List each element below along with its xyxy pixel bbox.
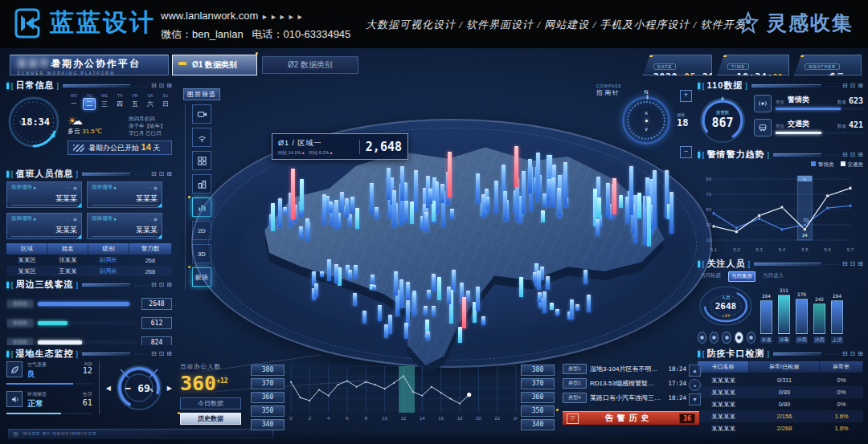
expand-icon[interactable]: ⊞	[858, 261, 863, 267]
focus-bar[interactable]: 264上访	[831, 300, 843, 344]
contact-icon[interactable]: ◉	[154, 216, 158, 222]
alert-row[interactable]: 类型4 某路口有小汽车连闯三个红灯 18:24	[563, 392, 686, 404]
window-icon[interactable]: ⊡	[850, 83, 856, 89]
history-data-button[interactable]: 历史数据	[180, 413, 241, 425]
expand-icon[interactable]: ⊞	[166, 171, 172, 177]
weekday-mo[interactable]: MO一	[68, 93, 80, 110]
person-icon[interactable]	[735, 332, 743, 344]
y-tick-370[interactable]: 370	[521, 378, 555, 389]
window-icon[interactable]: ⊡	[159, 282, 165, 288]
logo[interactable]: 蓝蓝设计	[11, 6, 156, 39]
y-tick-340[interactable]: 340	[521, 419, 555, 430]
zoom-out-button[interactable]: −	[680, 146, 692, 158]
target-icon[interactable]	[722, 332, 731, 344]
minimize-icon[interactable]: ⊟	[151, 351, 157, 357]
credit-text: MADE BY NEHCIMMICOR	[23, 431, 96, 436]
focus-bar[interactable]: 242涉恐	[813, 303, 825, 344]
duty-card[interactable]: 值班领导▸⋯◉ 某某某	[87, 213, 162, 239]
scroll-up-icon[interactable]: ▲	[689, 365, 701, 377]
window-icon[interactable]: ⊡	[850, 152, 856, 158]
website-link[interactable]: www.lanlanwork.com	[161, 10, 258, 22]
minimize-icon[interactable]: ⊟	[842, 152, 848, 158]
arrow-right-icon[interactable]: ▶	[167, 385, 172, 392]
contact-icon[interactable]: ◉	[73, 185, 77, 190]
expand-icon[interactable]: ⊞	[858, 351, 863, 357]
duty-card[interactable]: 值班领导▸⋯◉ 某某某	[6, 213, 82, 239]
today-data-button[interactable]: 今日数据	[180, 397, 241, 409]
expand-icon[interactable]: ⊞	[166, 351, 172, 357]
svg-text:10: 10	[382, 416, 387, 421]
focus-tab-2[interactable]: 当日离所	[728, 271, 755, 282]
camera-icon[interactable]	[698, 332, 706, 344]
svg-text:14: 14	[420, 416, 425, 421]
phone-icon[interactable]	[710, 332, 719, 344]
expand-icon[interactable]: ⊞	[166, 282, 172, 288]
contact-icon[interactable]: ◉	[73, 216, 77, 222]
layer-item-signal-icon[interactable]	[192, 128, 211, 147]
focus-bar[interactable]: 311涉毒	[778, 295, 790, 344]
y-tick-340[interactable]: 340	[251, 419, 285, 430]
minimize-icon[interactable]: ⊟	[151, 171, 157, 177]
weekday-th[interactable]: TH四	[113, 93, 126, 110]
layer-item-grid-icon[interactable]	[192, 151, 211, 170]
minimize-icon[interactable]: ⊟	[842, 261, 848, 267]
minimize-icon[interactable]: ⊟	[151, 282, 157, 288]
expand-icon[interactable]: ⊞	[858, 152, 863, 158]
focus-tab-3[interactable]: 当日进入	[760, 271, 786, 282]
duty-card[interactable]: 值班领导▸⋯◉ 某某某	[6, 181, 82, 208]
window-icon[interactable]: ⊡	[850, 261, 856, 267]
focus-bar[interactable]: 264在逃	[760, 300, 772, 344]
minimize-icon[interactable]: ⊟	[151, 83, 157, 89]
svg-text:22: 22	[494, 416, 500, 421]
svg-text:− 69%: − 69%	[125, 382, 153, 394]
focus-gauge: 人员 2648 +24	[698, 284, 755, 328]
y-tick-380[interactable]: 380	[521, 365, 555, 376]
panel-title-eco: 湿地生态监控	[16, 348, 74, 360]
map-tooltip: Ø1 / 区域一 同比 14.1%▲ 环比 6.2%▲ 2,648	[272, 133, 408, 160]
warning-icon: ▽	[567, 413, 579, 424]
y-tick-360[interactable]: 360	[521, 392, 555, 403]
scroll-down-icon[interactable]: ▼	[689, 393, 701, 405]
contact-icon[interactable]: ◉	[154, 185, 158, 190]
window-icon[interactable]: ⊡	[159, 83, 165, 89]
inspiration-collect[interactable]: 灵感收集	[736, 10, 854, 36]
minimize-icon[interactable]: ⊟	[842, 351, 848, 357]
arrow-left-icon[interactable]: ◀	[106, 385, 111, 392]
speaker-icon	[6, 391, 23, 407]
alert-row[interactable]: 类型2 RD13-53烟感报警疑似火灾 17:24	[563, 377, 686, 389]
window-icon[interactable]: ⊡	[159, 171, 165, 177]
trend-legend: 警情类交通类	[698, 161, 863, 169]
window-icon[interactable]: ⊡	[850, 351, 856, 357]
weekday-sa[interactable]: SA六	[144, 93, 157, 110]
svg-text:867: 867	[711, 116, 733, 130]
tab-data-category-2[interactable]: Ø2 数据类别	[262, 56, 358, 74]
weekday-tu[interactable]: TU二	[83, 93, 96, 110]
layer-item-building-icon[interactable]	[192, 174, 211, 193]
alert-history-banner[interactable]: ▽ 告警历史 36	[563, 411, 699, 425]
weekday-we[interactable]: WE三	[98, 93, 111, 110]
scroll-dot-icon[interactable]: ●	[689, 379, 701, 391]
layer-item-camera-icon[interactable]	[192, 104, 211, 124]
duty-table-row: 某某区王某某副局长268	[6, 266, 172, 276]
zoom-in-button[interactable]: +	[680, 90, 692, 102]
y-tick-380[interactable]: 380	[251, 365, 285, 376]
chat-icon[interactable]	[747, 332, 755, 344]
y-tick-360[interactable]: 360	[251, 392, 285, 403]
focus-bar[interactable]: 279涉黑	[796, 299, 808, 344]
weekday-fr[interactable]: FR五	[129, 93, 141, 110]
expand-icon[interactable]: ⊞	[858, 83, 863, 89]
expand-icon[interactable]: ⊞	[166, 83, 172, 89]
y-tick-350[interactable]: 350	[521, 405, 555, 417]
svg-text:2648: 2648	[715, 301, 737, 312]
lanlan-logo-icon	[11, 7, 43, 39]
alert-row[interactable]: 类型1 湿地3-104片区有不明人员闯入 18:24	[563, 363, 686, 375]
tab-data-category-1[interactable]: Ø1 数据类别	[172, 55, 257, 75]
duty-card[interactable]: 值班领导▸⋯◉ 某某某	[87, 181, 162, 208]
y-tick-370[interactable]: 370	[251, 378, 285, 389]
minimize-icon[interactable]: ⊟	[842, 83, 848, 89]
focus-tab-1[interactable]: 当日轨迹	[698, 271, 723, 282]
y-tick-350[interactable]: 350	[251, 405, 285, 417]
window-icon[interactable]: ⊡	[159, 351, 165, 357]
compass[interactable]: N ∧ ∨	[622, 96, 670, 145]
weekday-su[interactable]: SU日	[159, 93, 172, 110]
